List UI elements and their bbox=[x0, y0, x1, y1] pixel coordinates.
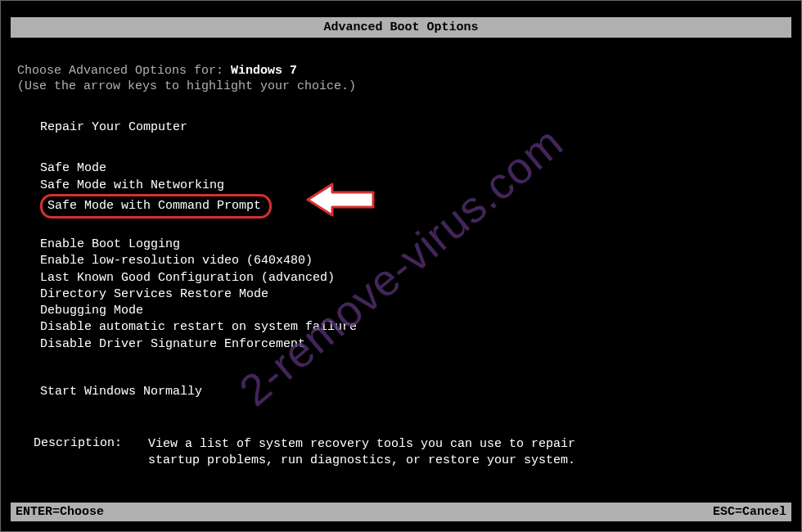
menu-safe-mode[interactable]: Safe Mode bbox=[40, 160, 106, 177]
footer-bar: ENTER=Choose ESC=Cancel bbox=[11, 503, 791, 521]
menu-disable-sig[interactable]: Disable Driver Signature Enforcement bbox=[40, 336, 305, 353]
footer-esc: ESC=Cancel bbox=[713, 505, 786, 519]
menu-boot-logging[interactable]: Enable Boot Logging bbox=[40, 237, 180, 253]
highlighted-wrapper: Safe Mode with Command Prompt bbox=[40, 194, 272, 219]
menu-safe-mode-cmd[interactable]: Safe Mode with Command Prompt bbox=[40, 194, 272, 219]
os-name: Windows 7 bbox=[231, 64, 297, 78]
description-line2: startup problems, run diagnostics, or re… bbox=[148, 453, 575, 469]
intro-prefix: Choose Advanced Options for: bbox=[17, 64, 231, 78]
menu-group-normal: Start Windows Normally bbox=[17, 384, 785, 400]
description-line1: View a list of system recovery tools you… bbox=[148, 436, 575, 453]
menu-disable-restart[interactable]: Disable automatic restart on system fail… bbox=[40, 319, 357, 336]
menu-ds-restore[interactable]: Directory Services Restore Mode bbox=[40, 286, 268, 303]
menu-debugging[interactable]: Debugging Mode bbox=[40, 303, 143, 319]
description-label: Description: bbox=[34, 436, 148, 470]
description-text: View a list of system recovery tools you… bbox=[148, 436, 575, 470]
title-bar: Advanced Boot Options bbox=[11, 17, 791, 38]
menu-repair[interactable]: Repair Your Computer bbox=[40, 119, 187, 136]
menu-group-advanced: Enable Boot Logging Enable low-resolutio… bbox=[17, 237, 785, 353]
menu-low-res[interactable]: Enable low-resolution video (640x480) bbox=[40, 253, 313, 269]
menu-last-known[interactable]: Last Known Good Configuration (advanced) bbox=[40, 270, 335, 286]
menu-safe-mode-networking[interactable]: Safe Mode with Networking bbox=[40, 178, 224, 194]
main-content: Choose Advanced Options for: Windows 7 (… bbox=[1, 38, 801, 470]
intro-line: Choose Advanced Options for: Windows 7 bbox=[17, 64, 785, 78]
menu-group-safe: Safe Mode Safe Mode with Networking Safe… bbox=[17, 160, 785, 219]
menu-start-normal[interactable]: Start Windows Normally bbox=[40, 384, 202, 400]
menu-group-repair: Repair Your Computer bbox=[17, 119, 785, 136]
intro-hint: (Use the arrow keys to highlight your ch… bbox=[17, 79, 785, 93]
description-row: Description: View a list of system recov… bbox=[17, 436, 785, 470]
footer-enter: ENTER=Choose bbox=[16, 505, 104, 519]
